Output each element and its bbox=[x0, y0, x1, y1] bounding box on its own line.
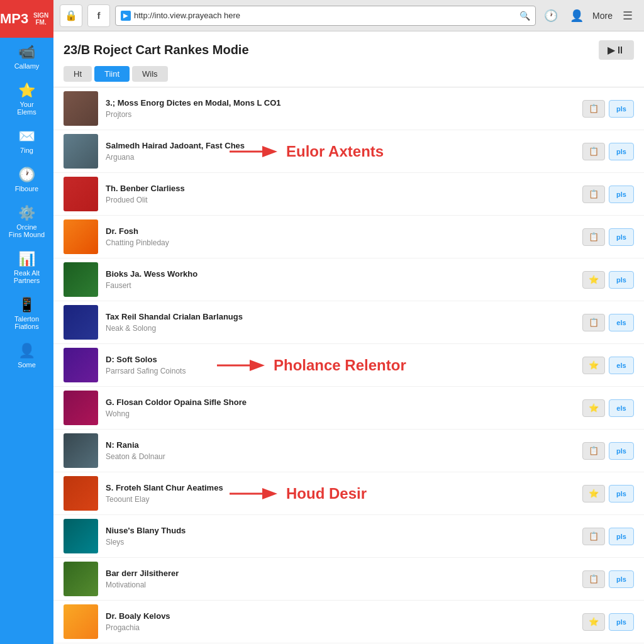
track-save-button[interactable]: ⭐ bbox=[582, 357, 605, 374]
track-title: N: Rania bbox=[106, 440, 582, 451]
track-playlist-button[interactable]: pls bbox=[609, 186, 634, 203]
address-play-icon: ▶ bbox=[121, 11, 131, 21]
track-actions: 📋 pls bbox=[582, 570, 634, 588]
track-thumbnail bbox=[64, 262, 98, 297]
track-thumbnail bbox=[64, 433, 98, 468]
play-pause-button[interactable]: ▶⏸ bbox=[599, 40, 634, 60]
sidebar-item-orcine[interactable]: ⚙️ OrcineFins Mound bbox=[0, 199, 53, 245]
tabs-bar: Ht Tiint Wils bbox=[53, 66, 644, 87]
facebook-button[interactable]: f bbox=[87, 4, 110, 27]
track-actions: ⭐ pls bbox=[582, 271, 634, 289]
track-playlist-button[interactable]: pls bbox=[609, 570, 634, 588]
track-info: Bar derr Jilsitherer Motivational bbox=[106, 569, 582, 589]
sidebar: MP3 SIGN FM. 📹 Callamy ⭐ YourElems ✉️ 7i… bbox=[0, 0, 53, 644]
track-playlist-button[interactable]: els bbox=[609, 399, 634, 417]
track-title: Salmedh Hairad Jadoant, Fast Ches bbox=[106, 141, 582, 152]
track-save-button[interactable]: ⭐ bbox=[582, 613, 605, 631]
sidebar-item-your-elems[interactable]: ⭐ YourElems bbox=[0, 76, 53, 122]
your-elems-icon: ⭐ bbox=[18, 82, 35, 99]
track-save-button[interactable]: ⭐ bbox=[582, 271, 605, 289]
user-icon: 👤 bbox=[570, 9, 584, 23]
more-button[interactable]: More bbox=[592, 11, 613, 21]
talerton-icon: 📱 bbox=[18, 297, 35, 313]
track-actions: 📋 pls bbox=[582, 186, 634, 203]
track-save-button[interactable]: 📋 bbox=[582, 228, 605, 246]
track-item: Dr. Fosh Chatting Pinbleday 📋 pls bbox=[53, 216, 644, 258]
track-title: G. Flosan Coldor Opaina Sifle Shore bbox=[106, 397, 582, 408]
track-info: S. Froteh Slant Chur Aeatimes Teoount El… bbox=[106, 483, 582, 504]
track-actions: ⭐ pls bbox=[582, 613, 634, 631]
track-info: Dr. Fosh Chatting Pinbleday bbox=[106, 226, 582, 247]
sidebar-item-flboure[interactable]: 🕐 Flboure bbox=[0, 160, 53, 199]
track-title: D: Soft Solos bbox=[106, 355, 582, 365]
track-playlist-button[interactable]: els bbox=[609, 314, 634, 331]
sidebar-item-callamy[interactable]: 📹 Callamy bbox=[0, 38, 53, 76]
sidebar-item-talerton[interactable]: 📱 TalertonFiatlons bbox=[0, 291, 53, 336]
track-item: D: Soft Solos Parrsard Safing Coinots Ph… bbox=[53, 344, 644, 387]
track-playlist-button[interactable]: els bbox=[609, 357, 634, 374]
app-logo-subtitle: SIGN FM. bbox=[28, 12, 53, 26]
track-actions: 📋 pls bbox=[582, 528, 634, 545]
topbar: 🔒 f ▶ http://into.view.prayeach here 🔍 🕐… bbox=[53, 0, 644, 31]
track-item: Bioks Ja. Wess Workho Fausert ⭐ pls bbox=[53, 258, 644, 301]
address-bar[interactable]: ▶ http://into.view.prayeach here 🔍 bbox=[115, 6, 536, 26]
track-thumbnail bbox=[64, 219, 98, 254]
track-playlist-button[interactable]: pls bbox=[609, 100, 634, 118]
track-playlist-button[interactable]: pls bbox=[609, 271, 634, 289]
track-playlist-button[interactable]: pls bbox=[609, 228, 634, 246]
track-title: Dr. Fosh bbox=[106, 226, 582, 237]
track-save-button[interactable]: 📋 bbox=[582, 186, 605, 203]
track-info: Salmedh Hairad Jadoant, Fast Ches Arguan… bbox=[106, 141, 582, 162]
menu-button[interactable]: ☰ bbox=[618, 6, 638, 26]
track-thumbnail bbox=[64, 305, 98, 340]
sidebar-item-some[interactable]: 👤 Some bbox=[0, 336, 53, 375]
track-playlist-button[interactable]: pls bbox=[609, 485, 634, 502]
track-actions: 📋 pls bbox=[582, 143, 634, 160]
track-save-button[interactable]: 📋 bbox=[582, 143, 605, 160]
track-artist: Wohng bbox=[106, 409, 582, 418]
track-save-button[interactable]: 📋 bbox=[582, 528, 605, 545]
track-playlist-button[interactable]: pls bbox=[609, 613, 634, 631]
track-save-button[interactable]: ⭐ bbox=[582, 485, 605, 502]
lock-button[interactable]: 🔒 bbox=[60, 4, 82, 27]
track-thumbnail bbox=[64, 562, 98, 596]
track-save-button[interactable]: 📋 bbox=[582, 442, 605, 460]
track-artist: Teoount Elay bbox=[106, 495, 582, 504]
tab-tiint[interactable]: Tiint bbox=[94, 66, 130, 82]
app-logo: MP3 SIGN FM. bbox=[0, 0, 53, 38]
track-artist: Progachia bbox=[106, 623, 582, 632]
track-actions: ⭐ pls bbox=[582, 485, 634, 502]
track-info: Tax Reil Shandal Crialan Barlanugs Neak … bbox=[106, 312, 582, 333]
track-thumbnail bbox=[64, 519, 98, 553]
track-info: Niuse's Blany Thuds Sleys bbox=[106, 526, 582, 547]
track-title: Dr. Boaly Kelovs bbox=[106, 611, 582, 622]
track-artist: Chatting Pinbleday bbox=[106, 238, 582, 247]
tab-wils[interactable]: Wils bbox=[132, 66, 168, 82]
user-icon-btn[interactable]: 👤 bbox=[566, 4, 587, 27]
tab-ht[interactable]: Ht bbox=[64, 66, 92, 82]
track-actions: 📋 pls bbox=[582, 100, 634, 118]
history-button[interactable]: 🕐 bbox=[541, 6, 561, 26]
track-title: Bioks Ja. Wess Workho bbox=[106, 269, 582, 280]
track-playlist-button[interactable]: pls bbox=[609, 143, 634, 160]
track-artist: Seaton & Dolnaur bbox=[106, 452, 582, 461]
track-playlist-button[interactable]: pls bbox=[609, 528, 634, 545]
track-info: Dr. Boaly Kelovs Progachia bbox=[106, 611, 582, 632]
track-save-button[interactable]: ⭐ bbox=[582, 399, 605, 417]
track-playlist-button[interactable]: pls bbox=[609, 442, 634, 460]
sidebar-item-reak-alt[interactable]: 📊 Reak AltPartners bbox=[0, 245, 53, 291]
track-thumbnail bbox=[64, 134, 98, 169]
track-actions: ⭐ els bbox=[582, 399, 634, 417]
track-thumbnail bbox=[64, 391, 98, 425]
track-save-button[interactable]: 📋 bbox=[582, 314, 605, 331]
track-item: N: Rania Seaton & Dolnaur 📋 pls bbox=[53, 430, 644, 472]
sidebar-item-7ing[interactable]: ✉️ 7ing bbox=[0, 122, 53, 160]
track-save-button[interactable]: 📋 bbox=[582, 100, 605, 118]
track-title: 3.; Moss Enorg Dictes en Modal, Mons L C… bbox=[106, 98, 582, 109]
track-artist: Neak & Solong bbox=[106, 324, 582, 333]
some-icon: 👤 bbox=[18, 343, 35, 359]
track-title: Th. Benber Clarliess bbox=[106, 184, 582, 194]
track-save-button[interactable]: 📋 bbox=[582, 570, 605, 588]
track-item: Th. Benber Clarliess Produed Olit 📋 pls bbox=[53, 173, 644, 216]
topbar-right: 🕐 👤 More ☰ bbox=[541, 4, 638, 27]
